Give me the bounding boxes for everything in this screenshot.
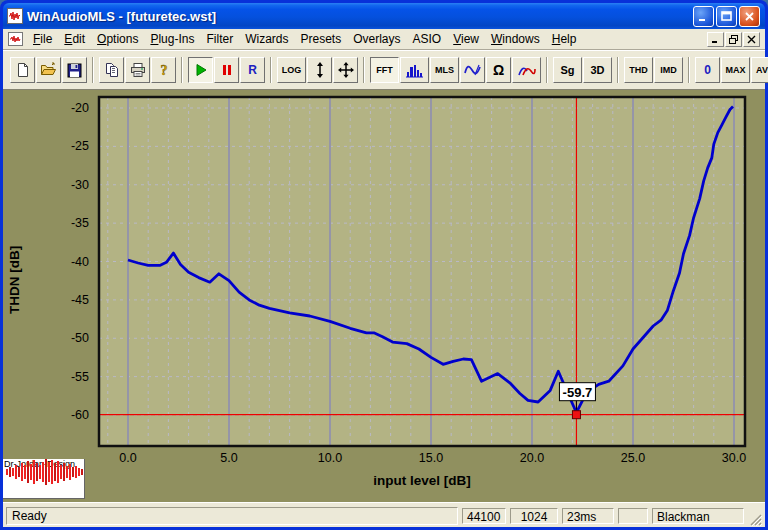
mls-button-label: MLS [435,65,454,75]
x-tick-label: 0.0 [119,451,136,465]
impedance-button-label: Ω [493,62,504,78]
status-panel-1024: 1024 [510,508,558,524]
thd-button[interactable]: THD [624,57,653,83]
new-file-button[interactable] [10,57,35,83]
play-button[interactable] [188,57,213,83]
y-axis-label: THDN [dB] [7,246,22,314]
y-tick-label: -50 [71,331,89,345]
menu-item-wizards[interactable]: Wizards [239,30,294,48]
menu-items: FileEditOptionsPlug-InsFilterWizardsPres… [27,30,582,48]
close-button[interactable] [739,6,760,27]
menu-item-plug-ins[interactable]: Plug-Ins [144,30,200,48]
y-tick-label: -60 [71,408,89,422]
menu-item-presets[interactable]: Presets [295,30,348,48]
mdi-window-controls [706,32,760,47]
status-panel-23ms: 23ms [562,508,614,524]
toolbar: ?RLOGFFTMLSΩSg3DTHDIMD0MAXAVG [3,50,765,89]
spectrum-button[interactable] [400,57,429,83]
dr-jordan-design-logo: Dr-Jordan-Design [3,459,85,499]
copy-button[interactable] [99,57,124,83]
y-tick-label: -30 [71,178,89,192]
sine-wave-icon [464,63,481,77]
zero-button[interactable]: 0 [695,57,720,83]
help-button[interactable]: ? [151,57,176,83]
signal-generator-button-label: Sg [560,64,574,76]
max-button-label: MAX [726,65,746,75]
save-button[interactable] [62,57,87,83]
y-tick-label: -55 [71,370,89,384]
menu-item-windows[interactable]: Windows [485,30,546,48]
avg-button-label: AVG [756,65,768,75]
help-question-icon: ? [157,62,171,78]
toolbar-separator [270,57,272,83]
impedance-button[interactable]: Ω [486,57,511,83]
mdi-document-icon[interactable] [8,32,23,46]
floppy-disk-icon [67,63,82,78]
move-cross-icon [338,62,354,78]
menu-item-filter[interactable]: Filter [200,30,239,48]
x-tick-label: 15.0 [419,451,443,465]
log-scale-button[interactable]: LOG [277,57,306,83]
window-title: WinAudioMLS - [futuretec.wst] [27,9,693,24]
thdn-chart: -59.7-20-25-30-35-40-45-50-55-600.05.010… [3,90,765,502]
x-tick-label: 5.0 [220,451,237,465]
imd-button-label: IMD [660,65,677,75]
pan-move-button[interactable] [333,57,358,83]
avg-button[interactable]: AVG [751,57,768,83]
print-button[interactable] [125,57,150,83]
chart-plot-area[interactable] [99,97,745,446]
three-d-button[interactable]: 3D [583,57,612,83]
record-button[interactable]: R [240,57,265,83]
resize-grip[interactable] [748,512,762,526]
menu-item-file[interactable]: File [27,30,58,48]
cursor-marker[interactable] [572,411,580,419]
fft-button-label: FFT [376,65,393,75]
imd-button[interactable]: IMD [654,57,683,83]
mdi-restore-button[interactable] [725,32,742,47]
mls-button[interactable]: MLS [430,57,459,83]
copy-pages-icon [104,62,120,78]
y-tick-label: -20 [71,101,89,115]
fft-button[interactable]: FFT [370,57,399,83]
y-tick-label: -35 [71,216,89,230]
pause-bars-icon [221,64,233,76]
status-panel-blackman: Blackman [652,508,744,524]
signal-generator-button[interactable]: Sg [553,57,582,83]
status-panel-empty-3 [618,508,648,524]
menu-item-help[interactable]: Help [546,30,583,48]
x-tick-label: 10.0 [318,451,342,465]
y-tick-label: -40 [71,255,89,269]
log-scale-button-label: LOG [282,65,302,75]
window-controls [693,6,760,27]
toolbar-separator [92,57,94,83]
minimize-button[interactable] [693,6,714,27]
pause-button[interactable] [214,57,239,83]
signal-wave-button[interactable] [460,57,485,83]
zero-button-label: 0 [704,63,711,77]
y-tick-label: -25 [71,139,89,153]
waveform-icon [7,8,23,24]
open-folder-icon [40,62,57,78]
x-axis-label: input level [dB] [373,473,471,488]
mdi-close-button[interactable] [743,32,760,47]
red-waveform-logo [3,459,83,485]
vertical-arrows-icon [314,62,326,78]
vertical-zoom-button[interactable] [307,57,332,83]
new-file-icon [15,62,31,78]
menu-item-overlays[interactable]: Overlays [347,30,406,48]
cursor-value-label: -59.7 [563,385,593,400]
menu-item-asio[interactable]: ASIO [407,30,448,48]
toolbar-separator [617,57,619,83]
menu-item-edit[interactable]: Edit [58,30,91,48]
mdi-minimize-button[interactable] [707,32,724,47]
overlay-curves-button[interactable] [512,57,541,83]
maximize-button[interactable] [716,6,737,27]
menu-item-options[interactable]: Options [91,30,144,48]
titlebar[interactable]: WinAudioMLS - [futuretec.wst] [3,3,765,29]
three-d-button-label: 3D [590,64,604,76]
thd-button-label: THD [629,65,648,75]
open-file-button[interactable] [36,57,61,83]
menu-item-view[interactable]: View [447,30,485,48]
status-message: Ready [6,507,458,525]
max-button[interactable]: MAX [721,57,750,83]
